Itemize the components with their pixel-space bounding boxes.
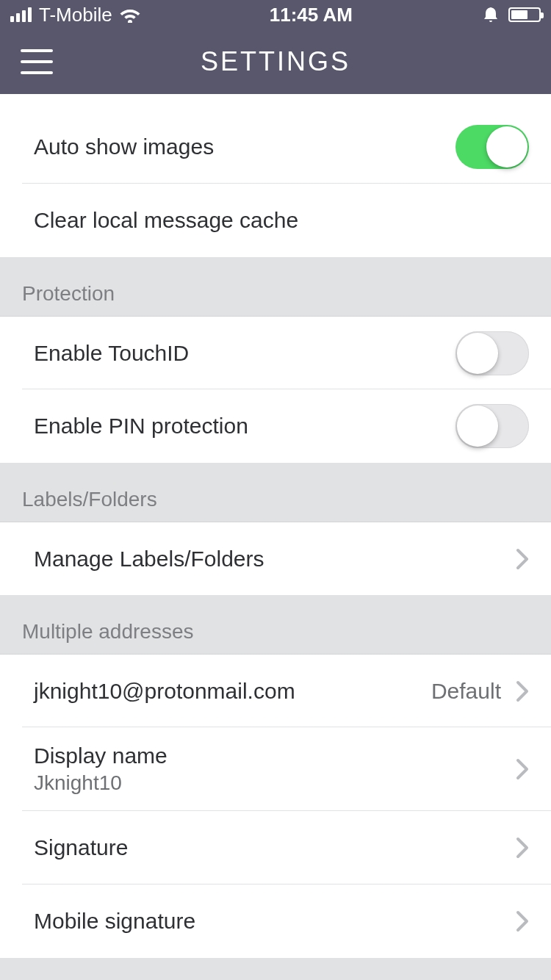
alarm-icon bbox=[482, 6, 500, 24]
chevron-right-icon bbox=[516, 548, 529, 570]
cellular-signal-icon bbox=[10, 7, 32, 22]
settings-list: Auto show images Clear local message cac… bbox=[0, 94, 551, 980]
row-clear-cache[interactable]: Clear local message cache bbox=[0, 184, 551, 257]
toggle-enable-pin[interactable] bbox=[455, 404, 529, 448]
section-header-labels: Labels/Folders bbox=[0, 463, 551, 522]
toggle-enable-touchid[interactable] bbox=[455, 331, 529, 375]
status-right bbox=[482, 6, 541, 24]
row-label: Manage Labels/Folders bbox=[34, 547, 516, 572]
carrier-label: T-Mobile bbox=[39, 4, 112, 26]
row-label: Enable PIN protection bbox=[34, 414, 455, 439]
row-signature[interactable]: Signature bbox=[0, 811, 551, 884]
row-label: Display name bbox=[34, 743, 516, 768]
nav-bar: SETTINGS bbox=[0, 29, 551, 94]
row-address-default[interactable]: jknight10@protonmail.com Default bbox=[0, 654, 551, 727]
toggle-auto-show-images[interactable] bbox=[455, 125, 529, 169]
row-auto-show-images[interactable]: Auto show images bbox=[0, 110, 551, 184]
status-time: 11:45 AM bbox=[270, 4, 353, 26]
row-label: Clear local message cache bbox=[34, 208, 529, 233]
section-header-multiple: Multiple addresses bbox=[0, 595, 551, 654]
page-title: SETTINGS bbox=[0, 46, 551, 77]
section-header-protection: Protection bbox=[0, 257, 551, 316]
row-subtitle: Jknight10 bbox=[34, 771, 516, 795]
menu-button[interactable] bbox=[21, 49, 53, 74]
chevron-right-icon bbox=[516, 680, 529, 702]
row-enable-pin[interactable]: Enable PIN protection bbox=[0, 389, 551, 463]
chevron-right-icon bbox=[516, 910, 529, 932]
status-left: T-Mobile bbox=[10, 4, 140, 26]
chevron-right-icon bbox=[516, 758, 529, 780]
row-enable-touchid[interactable]: Enable TouchID bbox=[0, 316, 551, 389]
row-label: Auto show images bbox=[34, 134, 455, 159]
list-top-spacer bbox=[0, 94, 551, 110]
row-label: Mobile signature bbox=[34, 909, 516, 934]
wifi-icon bbox=[120, 7, 140, 23]
status-bar: T-Mobile 11:45 AM bbox=[0, 0, 551, 29]
battery-icon bbox=[508, 7, 541, 22]
row-label: Enable TouchID bbox=[34, 341, 455, 366]
row-manage-labels[interactable]: Manage Labels/Folders bbox=[0, 522, 551, 595]
row-display-name[interactable]: Display name Jknight10 bbox=[0, 727, 551, 811]
row-label: jknight10@protonmail.com bbox=[34, 679, 431, 704]
row-label: Signature bbox=[34, 835, 516, 860]
chevron-right-icon bbox=[516, 837, 529, 859]
section-header-next bbox=[0, 958, 551, 980]
row-content: Display name Jknight10 bbox=[34, 727, 516, 811]
row-value: Default bbox=[431, 679, 501, 704]
row-mobile-signature[interactable]: Mobile signature bbox=[0, 884, 551, 958]
